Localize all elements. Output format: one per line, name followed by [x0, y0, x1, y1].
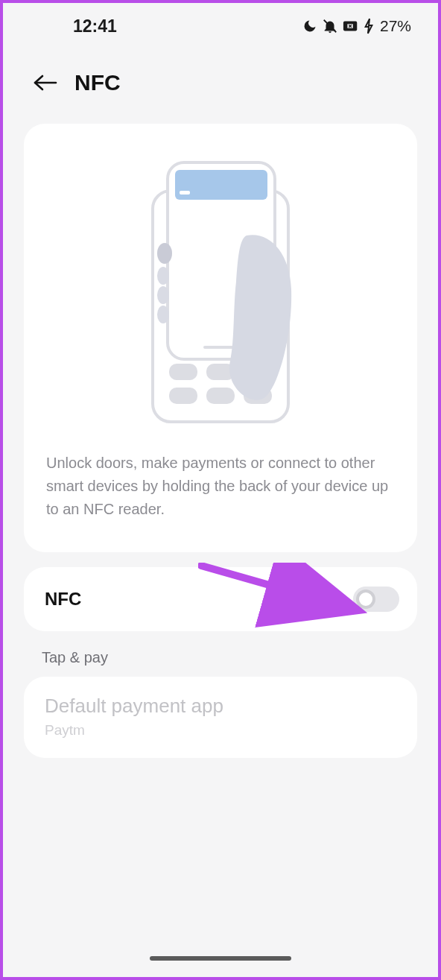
status-icons: 27% [302, 17, 411, 35]
svg-rect-5 [169, 364, 197, 380]
status-time: 12:41 [73, 16, 117, 37]
svg-point-18 [157, 306, 169, 323]
back-button[interactable] [33, 70, 58, 95]
hero-description: Unlock doors, make payments or connect t… [43, 452, 398, 521]
lightning-icon [364, 18, 374, 34]
battery-percentage: 27% [380, 17, 411, 35]
svg-rect-8 [169, 388, 197, 404]
nfc-illustration [43, 146, 398, 452]
svg-point-17 [157, 286, 169, 304]
svg-rect-9 [206, 388, 235, 404]
tap-pay-section-header: Tap & pay [42, 649, 399, 666]
default-payment-title: Default payment app [45, 695, 396, 718]
svg-point-16 [157, 267, 169, 285]
default-payment-value: Paytm [45, 722, 396, 739]
svg-line-19 [201, 566, 353, 609]
page-header: NFC [3, 46, 438, 124]
hero-card: Unlock doors, make payments or connect t… [24, 124, 417, 552]
svg-point-15 [157, 243, 172, 264]
nfc-toggle-label: NFC [45, 589, 81, 610]
nfc-toggle-row[interactable]: NFC [24, 567, 417, 631]
battery-box-icon [343, 19, 359, 33]
gesture-nav-bar[interactable] [150, 956, 291, 961]
toggle-knob [356, 589, 375, 609]
svg-rect-13 [180, 191, 190, 195]
svg-rect-12 [175, 170, 267, 200]
page-title: NFC [74, 70, 121, 95]
status-bar: 12:41 27% [3, 3, 438, 46]
bell-off-icon [322, 18, 338, 34]
default-payment-row[interactable]: Default payment app Paytm [24, 677, 417, 758]
nfc-toggle-switch[interactable] [353, 587, 399, 612]
moon-icon [302, 19, 317, 34]
arrow-left-icon [33, 74, 58, 92]
annotation-arrow-icon [198, 563, 377, 630]
